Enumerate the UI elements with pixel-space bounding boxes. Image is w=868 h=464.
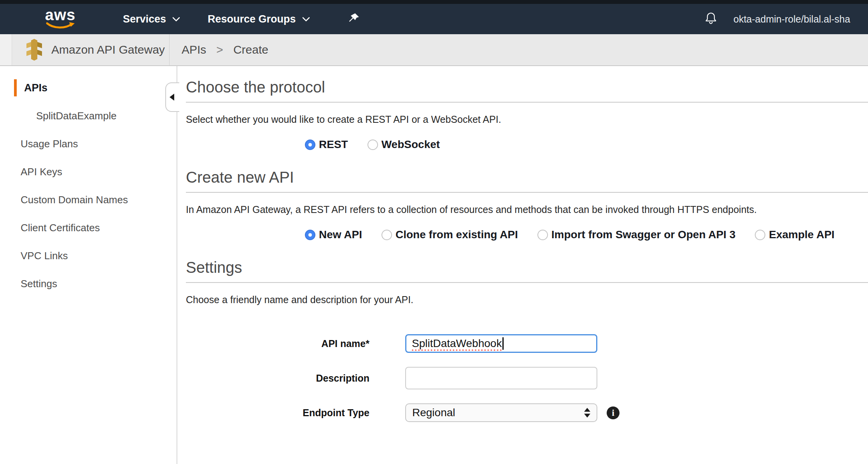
aws-console-window: aws Services Resource Groups <box>0 0 868 464</box>
chevron-down-icon <box>172 17 180 21</box>
chevron-down-icon <box>302 17 310 21</box>
api-name-label: API name* <box>186 338 369 349</box>
clone-radio-label[interactable]: Clone from existing API <box>396 229 518 241</box>
import-swagger-radio-label[interactable]: Import from Swagger or Open API 3 <box>551 229 735 241</box>
resource-groups-menu-label: Resource Groups <box>208 13 296 25</box>
top-navigation-bar: aws Services Resource Groups <box>0 4 868 34</box>
endpoint-type-row: Endpoint Type Regional i <box>186 403 868 422</box>
sidebar-item-label: Settings <box>21 278 57 290</box>
settings-section-title: Settings <box>186 258 868 277</box>
radio-option-new-api[interactable]: New API <box>305 229 362 241</box>
sidebar-item-label: API Keys <box>21 166 62 178</box>
api-name-row: API name* SplitDataWebhook <box>186 334 868 353</box>
services-menu[interactable]: Services <box>123 13 180 25</box>
sidebar-item-settings[interactable]: Settings <box>0 270 177 298</box>
api-settings-form: API name* SplitDataWebhook Description <box>186 334 868 422</box>
description-label: Description <box>186 373 369 384</box>
breadcrumb-apis-link[interactable]: APIs <box>182 43 206 56</box>
info-icon-glyph: i <box>612 408 614 418</box>
radio-option-rest[interactable]: REST <box>305 138 348 151</box>
sidebar-item-label: Usage Plans <box>21 138 78 150</box>
new-api-radio[interactable] <box>305 230 315 240</box>
breadcrumb-separator: > <box>216 43 223 56</box>
endpoint-type-info-icon[interactable]: i <box>607 406 620 419</box>
sidebar: APIs SplitDataExample Usage Plans API Ke… <box>0 66 177 464</box>
sidebar-item-custom-domain-names[interactable]: Custom Domain Names <box>0 186 177 214</box>
clone-radio[interactable] <box>382 230 392 240</box>
sidebar-item-usage-plans[interactable]: Usage Plans <box>0 130 177 158</box>
service-home-link[interactable]: Amazon API Gateway <box>26 34 165 65</box>
endpoint-type-selected-value: Regional <box>412 406 455 419</box>
notifications-button[interactable] <box>704 11 718 27</box>
sidebar-item-label: Client Certificates <box>21 222 100 234</box>
sidebar-item-splitdataexample[interactable]: SplitDataExample <box>0 102 177 130</box>
breadcrumb-divider <box>169 34 170 65</box>
select-stepper-arrows-icon <box>584 408 590 418</box>
sidebar-item-apis[interactable]: APIs <box>0 74 177 102</box>
sidebar-item-api-keys[interactable]: API Keys <box>0 158 177 186</box>
pin-shortcut-button[interactable] <box>348 12 360 26</box>
section-divider <box>186 282 868 283</box>
sidebar-collapse-toggle[interactable] <box>165 82 179 112</box>
pushpin-icon <box>348 12 360 24</box>
sidebar-item-label: SplitDataExample <box>36 110 117 122</box>
protocol-section-description: Select whether you would like to create … <box>186 113 868 126</box>
account-menu[interactable]: okta-admin-role/bilal.al-sha <box>733 14 850 25</box>
window-top-strip <box>0 0 868 4</box>
description-input[interactable] <box>405 367 597 389</box>
service-name: Amazon API Gateway <box>51 43 165 56</box>
sidebar-item-client-certificates[interactable]: Client Certificates <box>0 214 177 242</box>
sidebar-item-label: Custom Domain Names <box>21 194 128 206</box>
collapse-left-arrow-icon <box>170 94 174 101</box>
websocket-radio[interactable] <box>368 140 378 150</box>
section-divider <box>186 102 868 103</box>
sidebar-item-label: APIs <box>24 82 47 94</box>
services-menu-label: Services <box>123 13 166 25</box>
create-section-title: Create new API <box>186 168 868 187</box>
rest-radio-label[interactable]: REST <box>319 138 348 151</box>
aws-logo[interactable]: aws <box>44 7 77 31</box>
websocket-radio-label[interactable]: WebSocket <box>382 138 440 151</box>
settings-section-description: Choose a friendly name and description f… <box>186 293 868 306</box>
example-api-radio[interactable] <box>755 230 765 240</box>
api-name-value: SplitDataWebhook <box>412 337 502 350</box>
radio-option-clone[interactable]: Clone from existing API <box>382 229 518 241</box>
resource-groups-menu[interactable]: Resource Groups <box>208 13 310 25</box>
breadcrumb-current-page: Create <box>233 43 268 56</box>
bell-icon <box>704 11 718 25</box>
endpoint-type-select[interactable]: Regional <box>405 403 597 422</box>
breadcrumb: APIs > Create <box>182 34 268 65</box>
breadcrumb-bar: Amazon API Gateway APIs > Create <box>0 34 868 66</box>
create-api-radio-group: New API Clone from existing API Import f… <box>305 229 868 241</box>
radio-option-websocket[interactable]: WebSocket <box>368 138 440 151</box>
aws-logo-text: aws <box>44 7 77 23</box>
endpoint-type-label: Endpoint Type <box>186 407 369 419</box>
sidebar-item-label: VPC Links <box>21 250 68 262</box>
breadcrumb-left-gutter <box>0 34 12 65</box>
protocol-section-title: Choose the protocol <box>186 78 868 96</box>
example-api-radio-label[interactable]: Example API <box>769 229 835 241</box>
new-api-radio-label[interactable]: New API <box>319 229 362 241</box>
rest-radio[interactable] <box>305 140 315 150</box>
account-menu-label: okta-admin-role/bilal.al-sha <box>733 14 850 24</box>
api-name-input[interactable]: SplitDataWebhook <box>405 334 597 353</box>
radio-option-example-api[interactable]: Example API <box>755 229 835 241</box>
active-indicator-bar <box>14 79 17 96</box>
sidebar-item-vpc-links[interactable]: VPC Links <box>0 242 177 270</box>
import-swagger-radio[interactable] <box>537 230 548 240</box>
protocol-radio-group: REST WebSocket <box>305 138 868 151</box>
text-cursor <box>502 337 504 350</box>
main-content: Choose the protocol Select whether you w… <box>178 66 868 464</box>
section-divider <box>186 192 868 193</box>
create-section-description: In Amazon API Gateway, a REST API refers… <box>186 203 868 216</box>
radio-option-import-swagger[interactable]: Import from Swagger or Open API 3 <box>537 229 735 241</box>
api-gateway-service-icon <box>26 39 43 61</box>
description-row: Description <box>186 367 868 389</box>
